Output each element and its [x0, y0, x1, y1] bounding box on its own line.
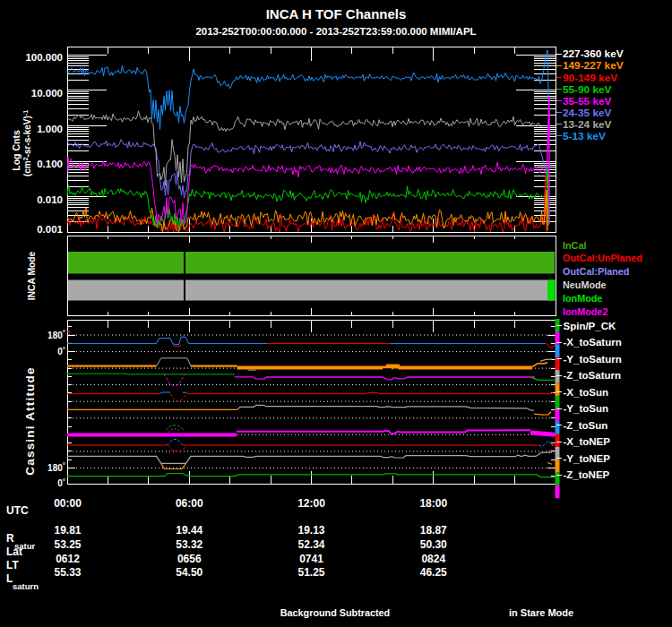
svg-text:-Z_toSun: -Z_toSun — [564, 420, 608, 431]
svg-text:-Y_toSun: -Y_toSun — [564, 403, 608, 414]
svg-text:(cm2-sr-s-keV)-1: (cm2-sr-s-keV)-1 — [22, 110, 32, 176]
svg-text:Log Cnts: Log Cnts — [11, 130, 22, 171]
svg-text:0.010: 0.010 — [37, 194, 63, 205]
svg-text:55.33: 55.33 — [54, 566, 81, 579]
svg-text:-Z_toNEP: -Z_toNEP — [564, 469, 610, 480]
svg-text:UTC: UTC — [6, 504, 29, 517]
svg-text:18.87: 18.87 — [420, 524, 447, 537]
svg-text:-X_toSaturn: -X_toSaturn — [564, 337, 622, 348]
svg-text:NeuMode: NeuMode — [563, 279, 607, 290]
svg-text:0.100: 0.100 — [37, 159, 63, 169]
svg-text:53.32: 53.32 — [176, 538, 202, 551]
svg-text:IonMode: IonMode — [563, 293, 602, 304]
svg-text:LT: LT — [6, 559, 19, 571]
svg-text:100.000: 100.000 — [25, 52, 63, 63]
svg-text:R: R — [6, 532, 14, 545]
svg-text:INCA H TOF Channels: INCA H TOF Channels — [266, 6, 407, 21]
svg-text:in Stare Mode: in Stare Mode — [509, 607, 573, 618]
svg-text:19.13: 19.13 — [297, 524, 324, 537]
svg-text:-Y_toSaturn: -Y_toSaturn — [564, 354, 622, 365]
svg-text:46.25: 46.25 — [420, 566, 447, 579]
svg-text:54.50: 54.50 — [176, 566, 202, 579]
svg-text:2013-252T00:00:00.000 - 2013-2: 2013-252T00:00:00.000 - 2013-252T23:59:0… — [195, 26, 476, 37]
svg-text:12:00: 12:00 — [297, 497, 325, 510]
svg-text:0824: 0824 — [421, 553, 445, 565]
svg-text:Cassini Attitude: Cassini Attitude — [23, 366, 37, 475]
svg-text:IonMode2: IonMode2 — [563, 306, 607, 317]
svg-text:0656: 0656 — [177, 553, 202, 565]
svg-text:0.001: 0.001 — [37, 224, 63, 235]
svg-text:19.81: 19.81 — [54, 524, 81, 537]
svg-text:35-55 keV: 35-55 keV — [563, 95, 612, 107]
svg-text:saturn: saturn — [13, 581, 39, 591]
svg-text:00:00: 00:00 — [54, 497, 82, 510]
svg-text:-Z_toSaturn: -Z_toSaturn — [564, 370, 622, 381]
svg-text:1.000: 1.000 — [37, 124, 63, 134]
svg-text:Spin/P_CK: Spin/P_CK — [564, 321, 616, 331]
svg-text:52.34: 52.34 — [297, 538, 324, 551]
svg-text:OutCal:UnPlaned: OutCal:UnPlaned — [563, 253, 642, 263]
svg-text:INCA Mode: INCA Mode — [27, 251, 37, 300]
svg-text:-Y_toNEP: -Y_toNEP — [564, 453, 611, 464]
svg-text:227-360 keV: 227-360 keV — [563, 47, 624, 60]
svg-text:-X_toNEP: -X_toNEP — [564, 436, 611, 447]
svg-text:Background Subtracted: Background Subtracted — [280, 607, 390, 618]
svg-text:0612: 0612 — [56, 553, 80, 565]
svg-text:InCal: InCal — [563, 240, 586, 251]
svg-text:13-24 keV: 13-24 keV — [563, 118, 612, 131]
svg-text:06:00: 06:00 — [176, 497, 203, 510]
svg-text:24-35 keV: 24-35 keV — [563, 107, 612, 119]
svg-text:10.000: 10.000 — [31, 88, 63, 99]
svg-text:0741: 0741 — [299, 553, 323, 565]
svg-text:149-227 keV: 149-227 keV — [563, 59, 624, 72]
svg-text:19.44: 19.44 — [176, 524, 202, 537]
svg-text:-X_toSun: -X_toSun — [564, 387, 608, 398]
svg-text:OutCal:Planed: OutCal:Planed — [563, 266, 629, 277]
svg-text:Lat: Lat — [6, 545, 22, 558]
svg-text:55-90 keV: 55-90 keV — [563, 83, 612, 96]
svg-text:90-149 keV: 90-149 keV — [563, 72, 617, 84]
svg-text:50.30: 50.30 — [420, 538, 447, 551]
svg-text:53.25: 53.25 — [54, 538, 81, 551]
svg-text:51.25: 51.25 — [297, 566, 324, 579]
svg-text:5-13 keV: 5-13 keV — [563, 130, 606, 142]
svg-text:18:00: 18:00 — [419, 497, 447, 510]
